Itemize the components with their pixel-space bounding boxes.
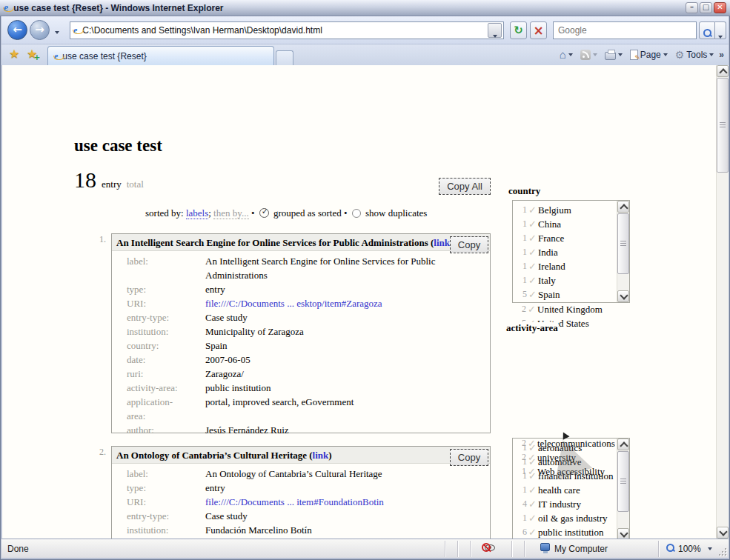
check-icon — [526, 452, 537, 464]
field-name: date: — [127, 353, 190, 367]
facet-option[interactable]: 4 IT industry — [514, 497, 629, 511]
page-scrollbar[interactable] — [716, 65, 729, 539]
facet-option[interactable]: 1 Italy — [514, 273, 629, 287]
tab-favicon-icon: e — [54, 51, 58, 61]
field-value: Jesús Fernández Ruiz — [205, 423, 466, 437]
page-menu-label: Page — [640, 50, 661, 60]
facet-option[interactable]: 5 Spain — [514, 287, 629, 301]
facet-option[interactable]: 1 health care — [514, 483, 629, 497]
check-icon — [527, 527, 538, 539]
check-icon — [527, 484, 538, 496]
feeds-button[interactable] — [578, 48, 600, 61]
field-value: portal, improved search, eGovernment — [205, 395, 466, 423]
scroll-down-button[interactable] — [717, 527, 729, 539]
sort-labels-link[interactable]: labels — [186, 207, 208, 219]
scroll-down-button[interactable] — [617, 528, 629, 539]
address-dropdown-button[interactable] — [488, 23, 502, 38]
sort-controls: sorted by: labels; then by... • grouped … — [145, 207, 427, 219]
facet-option[interactable]: 1 Belgium — [514, 203, 629, 217]
field-value[interactable]: file:///C:/Documents ... item#Foundation… — [205, 495, 466, 509]
address-bar[interactable]: e — [70, 21, 504, 39]
new-tab-button[interactable] — [276, 50, 293, 65]
facet-option[interactable]: 1 China — [514, 217, 629, 231]
entry-card-1: An Intelligent Search Engine for Online … — [111, 233, 491, 433]
field-row: institution: Municipality of Zaragoza — [127, 324, 484, 339]
facet-label: Belgium — [538, 204, 629, 216]
tab-label: use case test {Reset} — [62, 51, 146, 61]
maximize-button[interactable]: □ — [700, 2, 712, 13]
facet-count: 1 — [514, 275, 527, 286]
tab-use-case-test[interactable]: e use case test {Reset} — [47, 46, 274, 65]
facet-option[interactable]: 1 France — [514, 231, 629, 245]
scroll-up-button[interactable] — [617, 201, 629, 213]
copy-button[interactable]: Copy — [450, 236, 488, 253]
field-name: institution: — [127, 523, 190, 537]
forward-button[interactable]: → — [30, 20, 50, 40]
copy-button[interactable]: Copy — [450, 449, 488, 466]
show-duplicates-radio[interactable] — [352, 209, 361, 218]
search-dropdown-button[interactable] — [715, 21, 726, 39]
field-name: type: — [127, 282, 190, 296]
entry-link[interactable]: link — [313, 450, 329, 461]
scroll-up-button[interactable] — [717, 65, 729, 77]
grouped-checkbox-icon[interactable] — [259, 208, 269, 218]
facet-option[interactable]: 2 United Kingdom — [514, 302, 625, 316]
entry-link[interactable]: link — [434, 237, 450, 248]
facet-option[interactable]: 6 public institution — [514, 525, 629, 539]
tools-menu-label: Tools — [686, 50, 707, 60]
tools-menu-button[interactable]: ⚙Tools — [673, 48, 717, 61]
field-row: ruri: Zaragoza/ — [127, 367, 484, 381]
facet-label: IT industry — [538, 499, 629, 510]
entry-fields: label: An Intelligent Search Engine for … — [112, 251, 490, 437]
favorites-center-button[interactable]: ★ — [9, 47, 19, 61]
facet-label: health care — [538, 484, 629, 496]
facet-country-listbox: 1 Belgium 1 China 1 France 1 In — [512, 200, 630, 303]
resize-grip[interactable] — [717, 547, 726, 556]
ie-logo-icon: e — [4, 3, 8, 13]
facet-option[interactable]: 1 oil & gas industry — [514, 511, 629, 525]
field-row: entry-type: Case study — [127, 509, 484, 523]
stop-button[interactable]: × — [530, 21, 547, 39]
scroll-down-button[interactable] — [617, 290, 629, 302]
copy-all-button[interactable]: Copy All — [439, 178, 491, 195]
add-favorite-button[interactable]: ★ — [27, 47, 37, 61]
refresh-button[interactable]: ↻ — [510, 21, 527, 39]
field-name: ruri: — [127, 367, 190, 381]
then-by-link[interactable]: then by... — [213, 207, 249, 219]
facet-label: India — [538, 247, 629, 259]
facet-option[interactable]: 1 India — [514, 245, 629, 259]
printer-icon — [605, 52, 616, 60]
back-button[interactable]: ← — [7, 20, 27, 40]
page-menu-button[interactable]: Page — [628, 48, 670, 61]
minimize-button[interactable]: – — [686, 2, 698, 13]
address-input[interactable] — [81, 24, 488, 36]
grouped-label: grouped as sorted — [273, 207, 342, 219]
zoom-dropdown-icon[interactable] — [708, 547, 712, 550]
search-box[interactable] — [553, 21, 697, 39]
search-input[interactable] — [554, 24, 696, 36]
search-button[interactable] — [699, 21, 715, 39]
facet-count: 1 — [514, 204, 527, 216]
facet-country-scrollbar[interactable] — [617, 201, 629, 302]
window-title: use case test {Reset} - Windows Internet… — [13, 3, 684, 13]
title-bar[interactable]: e use case test {Reset} - Windows Intern… — [0, 0, 730, 16]
check-icon — [526, 466, 537, 478]
zoom-level[interactable]: 100% — [678, 544, 701, 554]
home-button[interactable]: ⌂ — [557, 48, 575, 61]
page-title: use case test — [74, 136, 162, 156]
facet-option[interactable]: 1 Ireland — [514, 259, 629, 273]
facet-activity-title: activity-area — [506, 322, 558, 334]
field-row: type: entry — [127, 481, 484, 495]
history-dropdown-icon[interactable] — [55, 31, 59, 34]
close-button[interactable]: ✕ — [714, 2, 726, 13]
scroll-thumb[interactable] — [717, 78, 729, 173]
facet-label: oil & gas industry — [538, 513, 629, 524]
facet-country-title: country — [508, 185, 540, 197]
scroll-thumb[interactable] — [617, 213, 629, 274]
privacy-blocked-icon[interactable] — [482, 543, 497, 553]
toolbar-overflow-button[interactable]: » — [719, 50, 724, 60]
check-icon — [527, 247, 538, 259]
result-count-unit: entry — [102, 179, 122, 190]
print-button[interactable] — [603, 48, 625, 61]
field-value[interactable]: file:///C:/Documents ... esktop/item#Zar… — [205, 296, 466, 310]
